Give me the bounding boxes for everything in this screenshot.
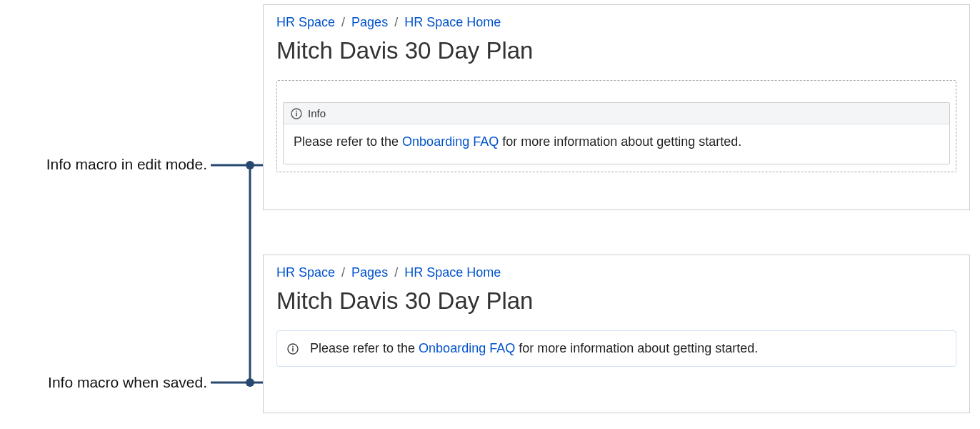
- svg-rect-12: [292, 345, 294, 347]
- breadcrumb-home[interactable]: HR Space Home: [404, 265, 501, 280]
- breadcrumb-space[interactable]: HR Space: [276, 15, 335, 29]
- macro-placeholder[interactable]: Info Please refer to the Onboarding FAQ …: [283, 102, 950, 164]
- annotation-saved-mode: Info macro when saved.: [7, 374, 207, 391]
- macro-body-prefix: Please refer to the: [294, 134, 402, 149]
- breadcrumb-sep: /: [394, 15, 398, 29]
- breadcrumb-sep: /: [341, 15, 345, 29]
- breadcrumb: HR Space / Pages / HR Space Home: [276, 265, 956, 280]
- macro-header: Info: [284, 103, 949, 124]
- macro-editor-frame[interactable]: Info Please refer to the Onboarding FAQ …: [276, 80, 956, 172]
- breadcrumb-pages[interactable]: Pages: [351, 265, 388, 280]
- svg-point-6: [246, 378, 254, 387]
- macro-body-suffix: for more information about getting start…: [515, 341, 758, 355]
- onboarding-faq-link[interactable]: Onboarding FAQ: [402, 134, 499, 149]
- macro-body-prefix: Please refer to the: [310, 341, 419, 355]
- page-title: Mitch Davis 30 Day Plan: [276, 287, 956, 315]
- svg-rect-11: [292, 347, 294, 351]
- breadcrumb-sep: /: [341, 265, 345, 280]
- breadcrumb-space[interactable]: HR Space: [276, 265, 335, 280]
- info-panel: Please refer to the Onboarding FAQ for m…: [276, 330, 956, 367]
- svg-point-5: [246, 161, 254, 169]
- macro-body-suffix: for more information about getting start…: [499, 134, 741, 149]
- info-panel-text: Please refer to the Onboarding FAQ for m…: [310, 341, 758, 356]
- macro-label: Info: [308, 107, 326, 119]
- page-title: Mitch Davis 30 Day Plan: [276, 37, 956, 64]
- info-icon: [287, 343, 299, 355]
- svg-rect-9: [296, 110, 297, 112]
- breadcrumb: HR Space / Pages / HR Space Home: [276, 15, 956, 30]
- info-icon: [291, 108, 302, 119]
- breadcrumb-pages[interactable]: Pages: [351, 15, 388, 29]
- breadcrumb-sep: /: [394, 265, 398, 280]
- onboarding-faq-link[interactable]: Onboarding FAQ: [419, 341, 515, 355]
- panel-edit-mode: HR Space / Pages / HR Space Home Mitch D…: [263, 4, 970, 210]
- annotation-edit-mode: Info macro in edit mode.: [7, 156, 207, 173]
- panel-saved-mode: HR Space / Pages / HR Space Home Mitch D…: [263, 255, 970, 413]
- breadcrumb-home[interactable]: HR Space Home: [404, 15, 501, 29]
- macro-body[interactable]: Please refer to the Onboarding FAQ for m…: [284, 124, 949, 164]
- svg-rect-8: [296, 112, 297, 116]
